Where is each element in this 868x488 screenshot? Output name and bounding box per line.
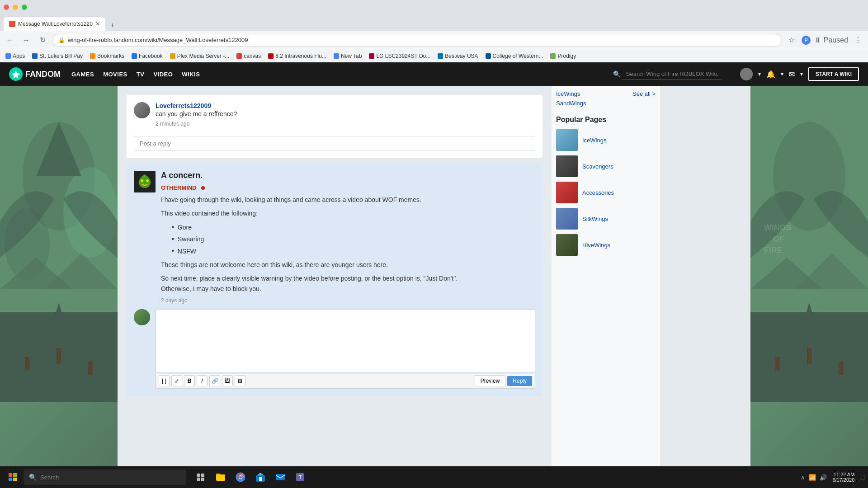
- bookmark-intravenous[interactable]: 8.2 Intravenous Flu...: [266, 52, 328, 60]
- svg-rect-9: [25, 357, 29, 371]
- fandom-logo[interactable]: FANDOM: [9, 67, 61, 81]
- menu-button[interactable]: ⋮: [852, 34, 864, 47]
- toolbar-expand-button[interactable]: ⤢: [171, 375, 182, 386]
- svg-text:OF: OF: [773, 235, 784, 244]
- volume-icon[interactable]: 🔊: [820, 474, 827, 481]
- nav-tv[interactable]: TV: [137, 71, 145, 78]
- see-all-link[interactable]: See all >: [632, 90, 656, 97]
- popular-scavengers: Scavengers: [556, 155, 656, 177]
- mail-taskbar[interactable]: [271, 468, 289, 486]
- tray-expand[interactable]: ∧: [801, 474, 805, 481]
- network-icon[interactable]: 📶: [809, 474, 816, 481]
- bookmark-favicon: [369, 53, 374, 59]
- chrome-taskbar[interactable]: [231, 468, 250, 486]
- file-explorer-taskbar[interactable]: [212, 468, 230, 486]
- toolbar-bracket-button[interactable]: [ ]: [159, 375, 170, 386]
- unknown-app-taskbar[interactable]: T: [291, 468, 309, 486]
- popular-accessories-name[interactable]: Accessories: [582, 189, 614, 196]
- concern-time: 2 days ago: [161, 297, 535, 304]
- reply-button[interactable]: Reply: [507, 376, 532, 386]
- notification-center[interactable]: □: [860, 473, 864, 481]
- taskbar-clock[interactable]: 11:22 AM 6/17/2020: [832, 472, 854, 483]
- preview-button[interactable]: Preview: [475, 375, 506, 386]
- svg-rect-32: [13, 473, 17, 477]
- popular-pages-section: Popular Pages IceWings Scavengers Access…: [556, 116, 656, 256]
- address-bar[interactable]: 🔒 wing-of-fire-roblo.fandom.com/wiki/Mes…: [52, 34, 782, 47]
- toolbar-image-button[interactable]: 🖼: [222, 375, 233, 386]
- avatar-dropdown-icon[interactable]: ▾: [758, 71, 761, 77]
- nav-games[interactable]: GAMES: [71, 71, 94, 78]
- loveferrets-username[interactable]: Loveferrets122009: [156, 102, 237, 109]
- popular-scavengers-name[interactable]: Scavengers: [582, 163, 613, 170]
- toolbar-table-button[interactable]: ⊞: [235, 375, 245, 386]
- messages-dropdown-icon[interactable]: ▾: [800, 71, 803, 77]
- toolbar-italic-button[interactable]: I: [197, 375, 208, 386]
- fandom-search-input[interactable]: [623, 69, 722, 80]
- bookmark-facebook[interactable]: Facebook: [130, 52, 165, 60]
- user-avatar[interactable]: [740, 68, 753, 80]
- bookmark-bestway-label: Bestway USA: [445, 53, 478, 59]
- bookmark-button[interactable]: ☆: [785, 34, 798, 47]
- reply-textarea[interactable]: [156, 309, 535, 372]
- start-wiki-button[interactable]: START A WIKI: [808, 67, 859, 81]
- bookmark-favicon: [550, 53, 556, 59]
- bookmark-favicon: [268, 53, 274, 59]
- start-button[interactable]: [4, 468, 22, 486]
- bookmark-prodigy[interactable]: Prodigy: [548, 52, 578, 60]
- svg-rect-24: [807, 348, 811, 364]
- toolbar-bold-button[interactable]: B: [184, 375, 195, 386]
- bookmark-apps[interactable]: Apps: [4, 52, 27, 60]
- notifications-bell[interactable]: 🔔: [766, 70, 775, 79]
- messages-icon[interactable]: ✉: [789, 70, 795, 79]
- concern-bullet-list: Gore Swearing NSFW: [172, 222, 535, 256]
- popular-hivewings: HiveWings: [556, 234, 656, 256]
- bookmark-college-label: College of Western...: [493, 53, 543, 59]
- popular-pages-title: Popular Pages: [556, 116, 656, 124]
- bookmark-favicon: [486, 53, 491, 59]
- bell-dropdown-icon[interactable]: ▾: [781, 71, 783, 77]
- bookmark-bestway[interactable]: Bestway USA: [436, 52, 480, 60]
- bookmark-favicon: [32, 53, 38, 59]
- bookmark-plex[interactable]: Plex Media Server -...: [168, 52, 231, 60]
- background-left: [0, 86, 118, 470]
- loveferrets-avatar: [134, 102, 150, 118]
- back-button[interactable]: ←: [4, 34, 16, 47]
- tab-close-button[interactable]: ✕: [95, 21, 100, 27]
- bookmark-stlukes[interactable]: St. Luke's Bill Pay: [30, 52, 85, 60]
- bookmark-canvas[interactable]: canvas: [235, 52, 263, 60]
- nav-movies[interactable]: MOVIES: [103, 71, 127, 78]
- popular-hivewings-name[interactable]: HiveWings: [582, 242, 610, 249]
- popular-icewings: IceWings: [556, 129, 656, 151]
- concern-username[interactable]: OTHERMIND: [161, 184, 197, 191]
- reload-button[interactable]: ↻: [36, 34, 49, 47]
- svg-text:FIRE: FIRE: [764, 246, 783, 255]
- taskbar-time-display: 11:22 AM: [832, 472, 854, 477]
- profile-circle[interactable]: P: [802, 36, 811, 45]
- task-view-button[interactable]: [192, 468, 210, 486]
- taskbar-apps: T: [192, 468, 309, 486]
- store-taskbar[interactable]: [251, 468, 269, 486]
- svg-rect-10: [57, 348, 61, 364]
- forward-button[interactable]: →: [20, 34, 33, 47]
- nav-wikis[interactable]: WIKIS: [182, 71, 200, 78]
- browser-tab[interactable]: Message Wall:Loveferrets1220 ✕: [4, 17, 105, 31]
- user-area: ▾ 🔔 ▾ ✉ ▾ START A WIKI: [740, 67, 859, 81]
- popular-silkwings-name[interactable]: SilkWings: [582, 216, 608, 222]
- svg-rect-31: [9, 473, 12, 477]
- sidebar-link-sandwings[interactable]: SandWings: [556, 100, 656, 107]
- post-reply-input[interactable]: [134, 136, 535, 151]
- loveferrets-message: can you give me a reffrence?: [156, 109, 237, 119]
- popular-icewings-name[interactable]: IceWings: [582, 137, 606, 144]
- bookmark-newtab[interactable]: New Tab: [332, 52, 363, 60]
- fandom-search-area[interactable]: 🔍: [613, 69, 722, 80]
- bookmark-lg[interactable]: LG LSC23924ST Do...: [367, 52, 432, 60]
- nav-video[interactable]: VIDEO: [153, 71, 173, 78]
- reply-toolbar: [ ] ⤢ B I 🔗 🖼 ⊞ Preview Reply: [156, 374, 535, 389]
- new-tab-button[interactable]: +: [107, 20, 118, 31]
- bookmark-bookmarks[interactable]: Bookmarks: [88, 52, 126, 60]
- toolbar-link-button[interactable]: 🔗: [209, 375, 220, 386]
- svg-rect-38: [201, 478, 204, 481]
- bookmark-college[interactable]: College of Western...: [484, 52, 545, 60]
- svg-rect-11: [88, 361, 93, 375]
- taskbar-search-box[interactable]: 🔍 Search: [24, 469, 186, 485]
